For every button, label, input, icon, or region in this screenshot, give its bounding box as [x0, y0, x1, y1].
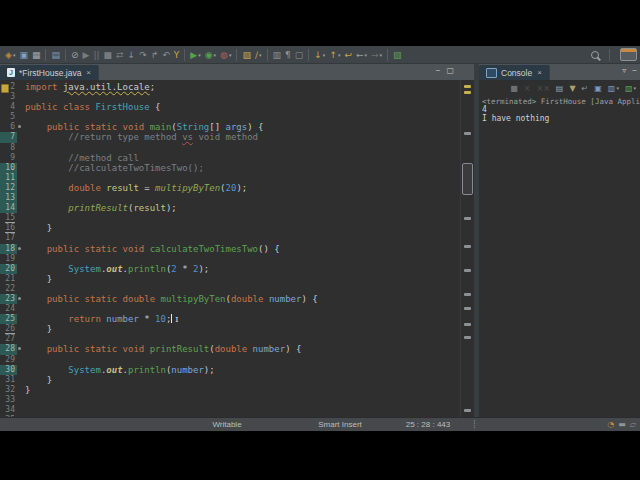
- code-line[interactable]: 11: [0, 173, 461, 183]
- tab-console[interactable]: Console ×: [479, 65, 550, 80]
- code-editor[interactable]: 2import java.util.Locale;34public class …: [0, 80, 474, 418]
- code-text[interactable]: public static void main(String[] args) {: [23, 122, 263, 132]
- print-icon[interactable]: ▤: [49, 48, 62, 62]
- code-line[interactable]: 25 return number * 10;I: [0, 314, 461, 324]
- line-number[interactable]: 26: [0, 324, 17, 334]
- save-all-icon[interactable]: ▦: [30, 48, 43, 62]
- next-annotation-icon[interactable]: ↓▾: [312, 48, 327, 62]
- dropdown-arrow-icon[interactable]: ▾: [323, 48, 326, 62]
- terminate-console-icon[interactable]: ■: [508, 83, 520, 94]
- code-text[interactable]: [23, 284, 25, 294]
- line-number[interactable]: 5: [0, 112, 17, 122]
- line-number[interactable]: 9: [0, 153, 17, 163]
- close-tab-icon[interactable]: ×: [86, 68, 91, 77]
- code-text[interactable]: public static double multipyByTen(double…: [23, 294, 318, 304]
- line-number[interactable]: 6: [0, 122, 17, 132]
- line-number[interactable]: 17: [0, 233, 17, 243]
- open-web-browser-icon[interactable]: ▧: [391, 48, 404, 62]
- line-number[interactable]: 15: [0, 213, 17, 223]
- annotation-marker[interactable]: [464, 217, 471, 220]
- debug-icon[interactable]: ◉▾: [203, 48, 218, 62]
- line-number[interactable]: 7: [0, 132, 17, 142]
- line-number[interactable]: 4: [0, 102, 17, 112]
- heap-monitor-icon[interactable]: ▬: [618, 419, 626, 430]
- resume-icon[interactable]: ▶: [81, 48, 92, 62]
- step-into-icon[interactable]: ↓: [126, 48, 138, 62]
- code-text[interactable]: }: [23, 324, 52, 334]
- code-line[interactable]: 14 printResult(result);: [0, 203, 461, 213]
- code-text[interactable]: [23, 112, 25, 122]
- code-text[interactable]: [23, 143, 25, 153]
- dropdown-arrow-icon[interactable]: ▾: [13, 48, 16, 62]
- code-text[interactable]: System.out.println(number);: [23, 365, 215, 375]
- code-text[interactable]: [23, 213, 25, 223]
- code-line[interactable]: 13: [0, 193, 461, 203]
- dropdown-arrow-icon[interactable]: ▾: [633, 83, 636, 94]
- remove-all-launches-icon[interactable]: ××: [534, 83, 551, 94]
- line-number[interactable]: 16: [0, 223, 17, 233]
- annotation-marker[interactable]: [464, 132, 471, 135]
- line-number[interactable]: 25: [0, 314, 17, 324]
- search-icon[interactable]: [591, 51, 599, 59]
- minimize-icon[interactable]: −: [632, 67, 637, 75]
- open-task-icon[interactable]: ▨: [240, 48, 253, 62]
- code-line[interactable]: 6 public static void main(String[] args)…: [0, 122, 461, 132]
- code-line[interactable]: 21 }: [0, 274, 461, 284]
- progress-icon[interactable]: ▱: [630, 419, 636, 430]
- code-line[interactable]: 27: [0, 334, 461, 344]
- code-line[interactable]: 29: [0, 355, 461, 365]
- code-line[interactable]: 12 double result = multipyByTen(20);: [0, 183, 461, 193]
- line-number[interactable]: 31: [0, 375, 17, 385]
- save-icon[interactable]: ▣: [17, 48, 30, 62]
- code-line[interactable]: 23 public static double multipyByTen(dou…: [0, 294, 461, 304]
- fold-marker-icon[interactable]: [17, 344, 23, 354]
- code-line[interactable]: 7 //return type method vs void method: [0, 132, 461, 142]
- code-text[interactable]: public static void printResult(double nu…: [23, 344, 301, 354]
- code-line[interactable]: 2import java.util.Locale;: [0, 82, 461, 92]
- dropdown-arrow-icon[interactable]: ▾: [214, 48, 217, 62]
- code-line[interactable]: 19: [0, 254, 461, 264]
- minimize-icon[interactable]: −: [436, 67, 441, 75]
- show-console-icon[interactable]: ▥▾: [606, 83, 621, 94]
- code-text[interactable]: }: [23, 385, 30, 395]
- line-number[interactable]: 19: [0, 254, 17, 264]
- code-text[interactable]: [23, 173, 25, 183]
- suspend-icon[interactable]: ||: [91, 48, 101, 62]
- new-wizard-icon[interactable]: ◈▾: [3, 48, 17, 62]
- code-line[interactable]: 4public class FirstHouse {: [0, 102, 461, 112]
- back-icon[interactable]: ←▾: [354, 48, 369, 62]
- code-line[interactable]: 34: [0, 405, 461, 415]
- pencil-icon[interactable]: ∕▾: [253, 48, 264, 62]
- code-text[interactable]: }: [23, 223, 52, 233]
- line-number[interactable]: 12: [0, 183, 17, 193]
- disconnect-icon[interactable]: ⇄: [114, 48, 126, 62]
- forward-icon[interactable]: →▾: [369, 48, 384, 62]
- line-number[interactable]: 21: [0, 274, 17, 284]
- scroll-lock-icon[interactable]: ▼: [567, 83, 577, 94]
- code-text[interactable]: [23, 334, 25, 344]
- view-menu-icon[interactable]: ▿: [622, 67, 626, 75]
- fold-marker-icon[interactable]: [17, 294, 23, 304]
- code-text[interactable]: public static void calculateTwoTimesTwo(…: [23, 244, 280, 254]
- code-line[interactable]: 3: [0, 92, 461, 102]
- code-text[interactable]: return number * 10;I: [23, 314, 179, 324]
- code-line[interactable]: 24: [0, 304, 461, 314]
- line-number[interactable]: 27: [0, 334, 17, 344]
- code-text[interactable]: [23, 193, 25, 203]
- annotation-marker[interactable]: [464, 323, 471, 326]
- code-text[interactable]: [23, 92, 25, 102]
- code-text[interactable]: }: [23, 274, 52, 284]
- close-console-icon[interactable]: ×: [537, 68, 542, 77]
- code-line[interactable]: 10 //calculateTwoTimesTwo();: [0, 163, 461, 173]
- code-line[interactable]: 31 }: [0, 375, 461, 385]
- code-text[interactable]: printResult(result);: [23, 203, 177, 213]
- line-number[interactable]: 13: [0, 193, 17, 203]
- code-text[interactable]: //return type method vs void method: [23, 132, 258, 142]
- annotation-marker[interactable]: [464, 336, 471, 339]
- code-text[interactable]: double result = multipyByTen(20);: [23, 183, 247, 193]
- open-console-icon[interactable]: ▧▾: [623, 83, 638, 94]
- code-text[interactable]: public class FirstHouse {: [23, 102, 160, 112]
- run-icon[interactable]: ▶▾: [188, 48, 202, 62]
- code-line[interactable]: 16 }: [0, 223, 461, 233]
- code-line[interactable]: 18 public static void calculateTwoTimesT…: [0, 244, 461, 254]
